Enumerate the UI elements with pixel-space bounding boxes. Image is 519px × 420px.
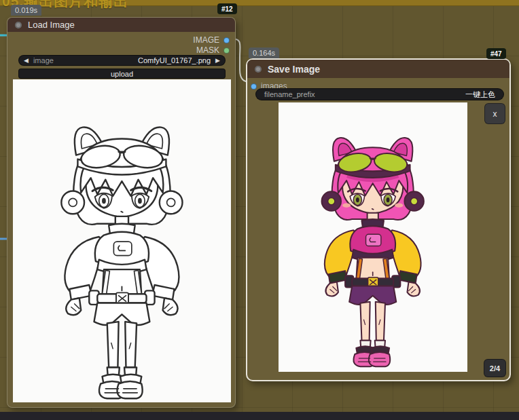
image-page-indicator: 2/4: [484, 359, 506, 377]
load-node-exec-time: 0.019s: [11, 5, 41, 16]
node-canvas[interactable]: 05.输出图片和输出 0.019s #12 Load Image IMAGE M…: [0, 0, 519, 420]
collapse-dot-icon[interactable]: [15, 22, 22, 28]
load-image-node[interactable]: Load Image IMAGE MASK ◀ image ComfyUI_01…: [7, 17, 236, 408]
lineart-preview: [13, 79, 231, 402]
load-node-id-badge: #12: [217, 3, 237, 14]
close-preview-button[interactable]: x: [484, 103, 505, 124]
mask-output-slot[interactable]: MASK: [192, 45, 230, 55]
save-node-exec-time: 0.164s: [249, 47, 279, 58]
combo-label: image: [33, 56, 54, 64]
mask-output-dot-icon[interactable]: [223, 47, 230, 54]
load-image-node-header[interactable]: Load Image: [7, 18, 235, 32]
filename-prefix-value: 一键上色: [465, 90, 495, 100]
window-bottom-edge: [0, 412, 519, 420]
save-image-node-header[interactable]: Save Image: [247, 60, 509, 78]
combo-prev-arrow-icon[interactable]: ◀: [24, 57, 29, 64]
combo-value: ComfyUI_01767_.png: [138, 56, 211, 64]
collapse-dot-icon[interactable]: [255, 66, 262, 73]
close-icon: x: [493, 109, 497, 119]
image-filename-combo[interactable]: ◀ image ComfyUI_01767_.png ▶: [18, 55, 226, 66]
image-output-slot[interactable]: IMAGE: [189, 35, 230, 45]
save-node-id-badge: #47: [486, 48, 506, 59]
upload-button[interactable]: upload: [18, 69, 226, 79]
image-output-dot-icon[interactable]: [223, 37, 230, 43]
save-image-node-title: Save Image: [268, 64, 320, 75]
images-input-dot-icon[interactable]: [251, 83, 257, 90]
load-image-node-title: Load Image: [28, 20, 75, 30]
colored-preview: [279, 102, 467, 372]
save-image-node[interactable]: Save Image images filename_prefix 一键上色: [246, 58, 511, 381]
image-output-label: IMAGE: [193, 35, 219, 45]
filename-prefix-widget[interactable]: filename_prefix 一键上色: [255, 88, 504, 100]
filename-prefix-label: filename_prefix: [264, 90, 315, 98]
combo-next-arrow-icon[interactable]: ▶: [215, 57, 220, 64]
mask-output-label: MASK: [196, 45, 219, 55]
upload-button-label: upload: [111, 70, 133, 78]
image-page-indicator-label: 2/4: [490, 364, 500, 373]
